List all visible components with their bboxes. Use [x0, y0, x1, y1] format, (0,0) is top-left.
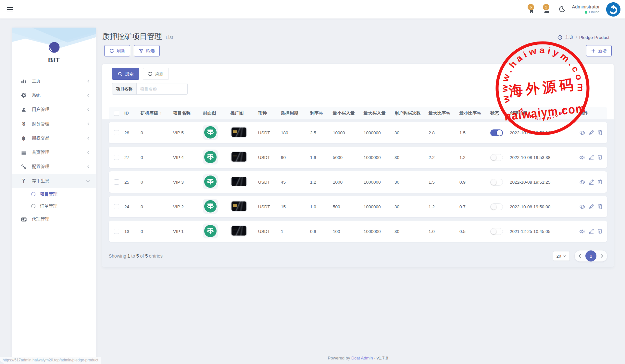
table-row: 27 0 VIP 4: [109, 147, 607, 168]
sidebar-item-homepage[interactable]: 首页管理: [12, 145, 96, 160]
next-page-button[interactable]: [601, 254, 603, 258]
refresh-button[interactable]: 刷新: [104, 45, 130, 56]
cell-coin: USDT: [258, 130, 281, 135]
page-title: 质押挖矿项目管理: [102, 31, 162, 42]
edit-button[interactable]: [589, 179, 594, 185]
chevron-left-icon: [87, 122, 90, 126]
refresh-button-label: 刷新: [117, 48, 125, 54]
cover-thumbnail[interactable]: [203, 174, 218, 189]
status-toggle[interactable]: [490, 228, 503, 235]
view-button[interactable]: [580, 179, 585, 185]
header-level[interactable]: 矿机等级↑: [141, 110, 173, 116]
promo-thumbnail[interactable]: [231, 225, 247, 237]
sidebar-item-home[interactable]: 主页: [12, 74, 96, 88]
pencil-icon: [589, 204, 594, 209]
edit-button[interactable]: [589, 204, 594, 209]
row-checkbox[interactable]: [114, 204, 119, 209]
cell-min-buy: 100: [333, 229, 364, 234]
sidebar-item-config[interactable]: 配置管理: [12, 160, 96, 174]
status-toggle[interactable]: [490, 154, 503, 161]
notification-ribbon-icon[interactable]: 5: [527, 5, 536, 14]
tether-icon: [204, 175, 217, 188]
cover-thumbnail[interactable]: [203, 125, 218, 140]
sidebar-item-label: 存币生息: [32, 178, 49, 184]
header-min-ratio: 最小比率%: [459, 110, 490, 116]
promo-thumbnail[interactable]: [231, 151, 247, 163]
delete-button[interactable]: [598, 130, 603, 135]
delete-button[interactable]: [598, 229, 603, 234]
delete-button[interactable]: [598, 204, 603, 209]
status-toggle[interactable]: [490, 179, 503, 186]
sidebar-item-system[interactable]: 系统: [12, 88, 96, 103]
status-toggle[interactable]: [490, 203, 503, 210]
cover-thumbnail[interactable]: [203, 199, 218, 214]
dcat-admin-link[interactable]: Dcat Admin: [351, 356, 373, 360]
filter-button[interactable]: 筛选: [134, 45, 160, 56]
chevron-left-icon: [87, 93, 90, 97]
cell-cover-image: [203, 224, 231, 239]
page-size-select[interactable]: 20: [553, 251, 570, 261]
trash-icon: [598, 155, 603, 160]
status-toggle[interactable]: [490, 129, 503, 136]
header-status: 状态: [490, 110, 510, 116]
delete-button[interactable]: [598, 155, 603, 160]
cell-min-buy: 10000: [333, 130, 364, 135]
view-button[interactable]: [580, 229, 585, 234]
entries-summary: Showing 1 to 5 of 5 entries: [109, 253, 163, 259]
hamburger-menu-icon[interactable]: [7, 6, 13, 13]
view-button[interactable]: [580, 130, 585, 136]
delete-button[interactable]: [598, 179, 603, 185]
eye-icon: [580, 229, 585, 234]
edit-button[interactable]: [589, 229, 594, 234]
reset-button[interactable]: 刷新: [143, 68, 169, 80]
header-promo: 推广图: [231, 110, 258, 116]
prev-page-button[interactable]: [579, 254, 581, 258]
view-button[interactable]: [580, 204, 585, 210]
tether-icon: [204, 151, 217, 164]
row-checkbox[interactable]: [114, 130, 119, 135]
sidebar-item-deposit-interest[interactable]: ¥ 存币生息: [12, 174, 96, 188]
user-alerts-icon[interactable]: 1: [543, 5, 551, 14]
promo-thumbnail[interactable]: [231, 176, 247, 187]
sort-asc-icon[interactable]: ↑: [160, 111, 162, 115]
sidebar-item-options-trade[interactable]: ฿ 期权交易: [12, 131, 96, 145]
cover-thumbnail[interactable]: [203, 150, 218, 164]
notification-count-badge: 5: [528, 4, 534, 10]
row-checkbox[interactable]: [114, 179, 119, 185]
promo-thumbnail[interactable]: [231, 200, 247, 212]
sidebar-item-agent[interactable]: 代理管理: [12, 212, 96, 226]
cell-level: 0: [141, 229, 173, 234]
project-name-input[interactable]: [137, 83, 188, 94]
cell-period: 180: [281, 130, 310, 135]
cell-min-ratio: 1.2: [459, 155, 490, 160]
refresh-icon: [109, 49, 114, 53]
header-id[interactable]: ID: [124, 111, 141, 115]
cell-created-at: 2022-10-08 19:51:25: [510, 180, 580, 185]
cover-thumbnail[interactable]: [203, 224, 218, 238]
row-checkbox[interactable]: [114, 229, 119, 234]
search-button[interactable]: 搜索: [112, 68, 139, 80]
cell-max-ratio: 1.2: [429, 204, 459, 209]
cell-period: 1: [281, 229, 310, 234]
breadcrumb-home[interactable]: 主页: [565, 34, 573, 40]
sidebar-subitem-order-management[interactable]: 订单管理: [12, 200, 96, 212]
view-button[interactable]: [580, 155, 585, 160]
select-all-checkbox[interactable]: [114, 111, 119, 116]
sidebar-subitem-project-management[interactable]: 项目管理: [12, 188, 96, 200]
edit-button[interactable]: [589, 130, 594, 135]
sidebar-item-users[interactable]: 用户管理: [12, 103, 96, 117]
cell-max-buy: 1000000: [364, 204, 394, 209]
dark-mode-toggle[interactable]: [558, 6, 566, 13]
trash-icon: [598, 179, 603, 185]
cell-actions: [580, 229, 607, 234]
edit-button[interactable]: [589, 155, 594, 160]
bitcoin-icon: ฿: [20, 135, 27, 141]
sidebar-item-finance[interactable]: $ 财务管理: [12, 117, 96, 131]
current-page-button[interactable]: 1: [585, 250, 596, 261]
add-button[interactable]: 新增: [586, 45, 612, 56]
row-checkbox[interactable]: [114, 155, 119, 160]
promo-thumbnail[interactable]: [231, 127, 247, 138]
cell-buy-times: 30: [394, 130, 429, 135]
trash-icon: [598, 130, 603, 135]
user-avatar[interactable]: [606, 2, 620, 17]
